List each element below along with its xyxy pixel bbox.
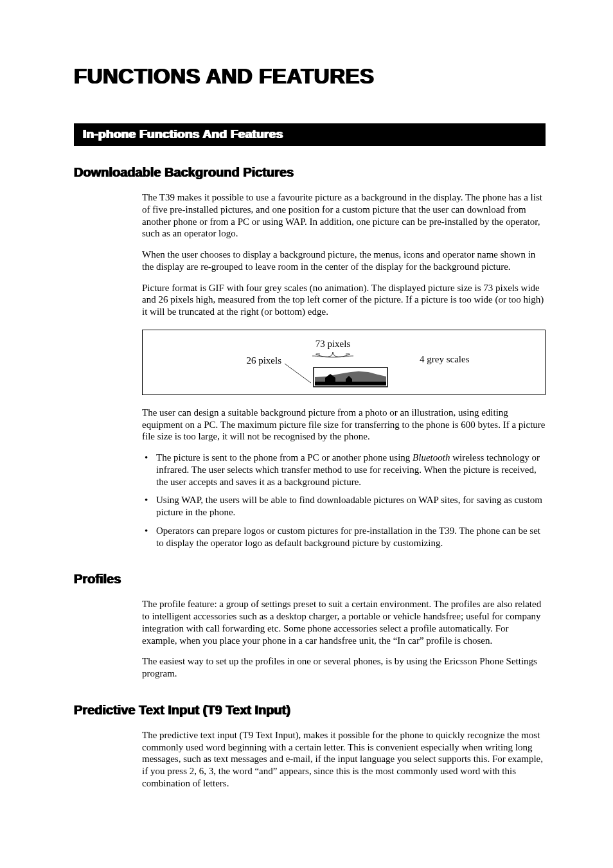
paragraph: The T39 makes it possible to use a favou… bbox=[142, 191, 546, 240]
list-item: Using WAP, the users will be able to fin… bbox=[142, 494, 546, 518]
section-profiles: Profiles The profile feature: a group of… bbox=[74, 572, 546, 680]
bullet-text: Using WAP, the users will be able to fin… bbox=[156, 495, 542, 517]
heading-downloadable: Downloadable Background Pictures bbox=[74, 165, 546, 180]
body-profiles: The profile feature: a group of settings… bbox=[142, 598, 546, 680]
page: FUNCTIONS AND FEATURES In-phone Function… bbox=[0, 0, 613, 868]
label-26px: 26 pixels bbox=[246, 355, 281, 366]
bullet-text: Operators can prepare logos or custom pi… bbox=[156, 526, 540, 548]
section-predictive: Predictive Text Input (T9 Text Input) Th… bbox=[74, 703, 546, 790]
svg-rect-2 bbox=[325, 378, 335, 384]
paragraph: The predictive text input (T9 Text Input… bbox=[142, 729, 546, 790]
paragraph: Picture format is GIF with four grey sca… bbox=[142, 282, 546, 318]
section-downloadable: Downloadable Background Pictures The T39… bbox=[74, 165, 546, 549]
page-title: FUNCTIONS AND FEATURES bbox=[74, 64, 546, 89]
figure-box: 73 pixels 26 pixels 4 grey scales bbox=[142, 330, 546, 395]
heading-predictive: Predictive Text Input (T9 Text Input) bbox=[74, 703, 546, 718]
list-item: The picture is sent to the phone from a … bbox=[142, 452, 546, 488]
list-item: Operators can prepare logos or custom pi… bbox=[142, 525, 546, 549]
bullet-text-prefix: The picture is sent to the phone from a … bbox=[156, 452, 413, 463]
body-predictive: The predictive text input (T9 Text Input… bbox=[142, 729, 546, 790]
paragraph: When the user chooses to display a backg… bbox=[142, 249, 546, 273]
body-downloadable: The T39 makes it possible to use a favou… bbox=[142, 191, 546, 549]
section-bar: In-phone Functions And Features bbox=[74, 123, 546, 146]
diagram-svg: 73 pixels 26 pixels 4 grey scales bbox=[147, 337, 532, 389]
bullet-list: The picture is sent to the phone from a … bbox=[142, 452, 546, 549]
svg-line-0 bbox=[285, 364, 311, 383]
paragraph: The profile feature: a group of settings… bbox=[142, 598, 546, 646]
heading-profiles: Profiles bbox=[74, 572, 546, 587]
paragraph: The user can design a suitable backgroun… bbox=[142, 407, 546, 443]
bullet-text-em: Bluetooth bbox=[413, 452, 450, 463]
svg-rect-4 bbox=[346, 379, 352, 384]
label-73px: 73 pixels bbox=[315, 339, 351, 349]
label-grey: 4 grey scales bbox=[420, 354, 470, 364]
paragraph: The easiest way to set up the profiles i… bbox=[142, 655, 546, 680]
